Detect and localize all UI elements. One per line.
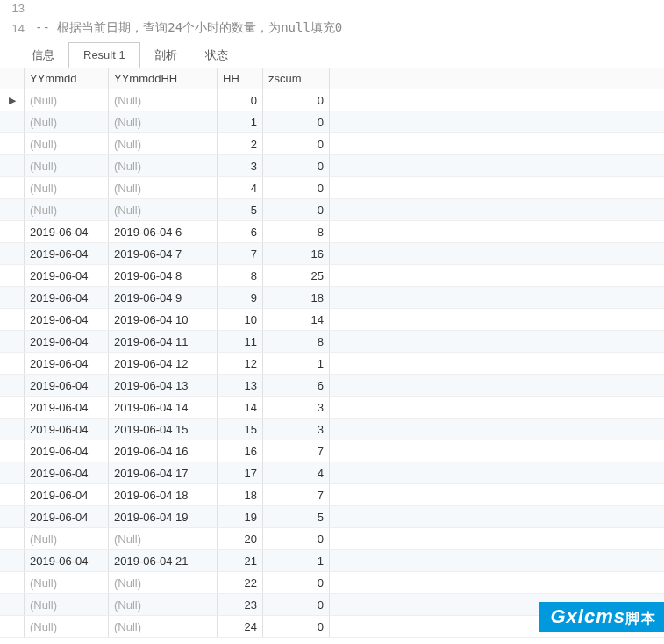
cell-zscum[interactable]: 4 [263,462,330,483]
table-row[interactable]: (Null)(Null)20 [0,133,664,155]
cell-yymmddhh[interactable]: (Null) [109,528,218,549]
cell-zscum[interactable]: 6 [263,375,330,396]
cell-hh[interactable]: 21 [218,550,263,571]
table-row[interactable]: 2019-06-042019-06-04 101014 [0,309,664,331]
cell-yymmddhh[interactable]: 2019-06-04 21 [109,550,218,571]
tab-状态[interactable]: 状态 [191,42,242,68]
cell-yymmdd[interactable]: 2019-06-04 [25,506,109,527]
cell-hh[interactable]: 6 [218,221,263,242]
cell-yymmddhh[interactable]: (Null) [109,133,218,154]
cell-yymmddhh[interactable]: 2019-06-04 14 [109,397,218,418]
table-row[interactable]: (Null)(Null)40 [0,177,664,199]
cell-zscum[interactable]: 18 [263,287,330,308]
cell-hh[interactable]: 8 [218,265,263,286]
cell-zscum[interactable]: 7 [263,484,330,505]
cell-hh[interactable]: 3 [218,155,263,176]
cell-hh[interactable]: 12 [218,353,263,374]
table-row[interactable]: (Null)(Null)50 [0,199,664,221]
cell-yymmdd[interactable]: (Null) [25,111,109,132]
cell-yymmdd[interactable]: 2019-06-04 [25,309,109,330]
table-row[interactable]: 2019-06-042019-06-04 15153 [0,419,664,440]
cell-hh[interactable]: 19 [218,506,263,527]
table-row[interactable]: 2019-06-042019-06-04 18187 [0,484,664,506]
column-header-yymmdd[interactable]: YYmmdd [25,68,109,89]
cell-zscum[interactable]: 0 [263,111,330,132]
tab-信息[interactable]: 信息 [18,42,68,68]
cell-hh[interactable]: 0 [218,89,263,111]
cell-yymmddhh[interactable]: (Null) [109,155,218,176]
cell-yymmdd[interactable]: 2019-06-04 [25,221,109,242]
cell-hh[interactable]: 7 [218,243,263,264]
cell-yymmddhh[interactable]: 2019-06-04 6 [109,221,218,242]
cell-zscum[interactable]: 0 [263,89,330,111]
cell-yymmdd[interactable]: (Null) [25,199,109,220]
cell-yymmdd[interactable]: 2019-06-04 [25,353,109,374]
cell-zscum[interactable]: 0 [263,528,330,549]
cell-zscum[interactable]: 0 [263,594,330,615]
cell-zscum[interactable]: 8 [263,331,330,352]
table-row[interactable]: (Null)(Null)10 [0,111,664,133]
cell-yymmddhh[interactable]: (Null) [109,89,218,111]
table-row[interactable]: 2019-06-042019-06-04 16167 [0,440,664,462]
cell-yymmddhh[interactable]: 2019-06-04 19 [109,506,218,527]
cell-yymmdd[interactable]: (Null) [25,616,109,637]
table-row[interactable]: 2019-06-042019-06-04 13136 [0,375,664,397]
cell-yymmdd[interactable]: 2019-06-04 [25,550,109,571]
cell-yymmdd[interactable]: (Null) [25,133,109,154]
cell-yymmddhh[interactable]: 2019-06-04 15 [109,419,218,440]
cell-zscum[interactable]: 5 [263,506,330,527]
cell-yymmddhh[interactable]: (Null) [109,616,218,637]
cell-yymmdd[interactable]: (Null) [25,89,109,111]
cell-yymmdd[interactable]: 2019-06-04 [25,375,109,396]
cell-zscum[interactable]: 8 [263,221,330,242]
table-row[interactable]: 2019-06-042019-06-04 12121 [0,353,664,375]
cell-yymmdd[interactable]: 2019-06-04 [25,243,109,264]
table-row[interactable]: (Null)(Null)220 [0,572,664,594]
column-header-yymmddhh[interactable]: YYmmddHH [109,68,218,89]
table-row[interactable]: 2019-06-042019-06-04 11118 [0,331,664,353]
cell-yymmddhh[interactable]: 2019-06-04 16 [109,440,218,462]
cell-yymmdd[interactable]: 2019-06-04 [25,419,109,440]
cell-hh[interactable]: 1 [218,111,263,132]
cell-hh[interactable]: 10 [218,309,263,330]
cell-zscum[interactable]: 25 [263,265,330,286]
cell-zscum[interactable]: 0 [263,177,330,198]
cell-yymmdd[interactable]: (Null) [25,177,109,198]
table-row[interactable]: 2019-06-042019-06-04 17174 [0,462,664,484]
cell-hh[interactable]: 5 [218,199,263,220]
table-row[interactable]: 2019-06-042019-06-04 21211 [0,550,664,572]
cell-hh[interactable]: 22 [218,572,263,593]
cell-yymmddhh[interactable]: 2019-06-04 9 [109,287,218,308]
cell-yymmddhh[interactable]: (Null) [109,111,218,132]
cell-yymmddhh[interactable]: 2019-06-04 17 [109,462,218,483]
cell-yymmdd[interactable]: (Null) [25,572,109,593]
cell-hh[interactable]: 16 [218,440,263,462]
cell-hh[interactable]: 15 [218,419,263,440]
cell-hh[interactable]: 24 [218,616,263,637]
cell-zscum[interactable]: 0 [263,155,330,176]
table-row[interactable]: 2019-06-042019-06-04 8825 [0,265,664,287]
table-row[interactable]: (Null)(Null)30 [0,155,664,177]
cell-yymmddhh[interactable]: 2019-06-04 7 [109,243,218,264]
cell-yymmddhh[interactable]: 2019-06-04 13 [109,375,218,396]
cell-yymmdd[interactable]: 2019-06-04 [25,287,109,308]
cell-yymmddhh[interactable]: (Null) [109,199,218,220]
table-row[interactable]: 2019-06-042019-06-04 19195 [0,506,664,528]
cell-yymmdd[interactable]: (Null) [25,155,109,176]
cell-yymmddhh[interactable]: (Null) [109,594,218,615]
cell-yymmdd[interactable]: 2019-06-04 [25,440,109,462]
column-header-hh[interactable]: HH [218,68,263,89]
cell-yymmddhh[interactable]: 2019-06-04 8 [109,265,218,286]
cell-zscum[interactable]: 0 [263,199,330,220]
cell-yymmddhh[interactable]: (Null) [109,572,218,593]
cell-hh[interactable]: 23 [218,594,263,615]
cell-yymmdd[interactable]: 2019-06-04 [25,484,109,505]
cell-zscum[interactable]: 7 [263,440,330,462]
cell-yymmdd[interactable]: 2019-06-04 [25,265,109,286]
cell-yymmdd[interactable]: (Null) [25,594,109,615]
cell-zscum[interactable]: 0 [263,133,330,154]
cell-zscum[interactable]: 1 [263,550,330,571]
cell-hh[interactable]: 13 [218,375,263,396]
tab-剖析[interactable]: 剖析 [140,42,191,68]
cell-zscum[interactable]: 3 [263,397,330,418]
